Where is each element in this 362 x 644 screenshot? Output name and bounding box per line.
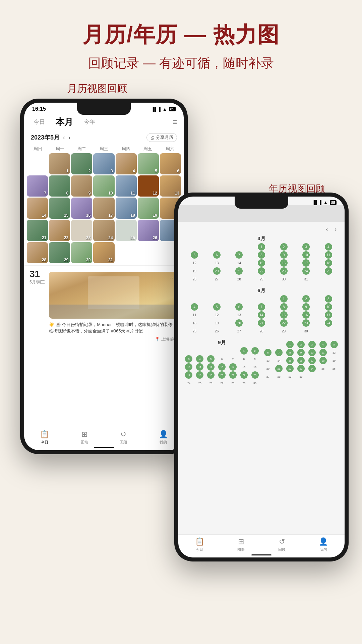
month-section-6: 6月 1 2 3 4 5 6 7 8 9 10: [184, 287, 339, 335]
nav-r-profile-label: 我的: [320, 547, 327, 552]
cal-day-2[interactable]: 2: [71, 153, 92, 174]
cal-day-24[interactable]: 24: [93, 220, 114, 241]
nav-today-icon: 📋: [40, 430, 49, 439]
cal-day-15[interactable]: 15: [49, 198, 70, 219]
tab-year[interactable]: 今年: [81, 117, 98, 127]
phone-monthly: 16:15 ▐▌▐ ▲ 85 今日 本月 今年 ≡: [20, 99, 188, 454]
cal-day-25[interactable]: 25: [116, 220, 137, 241]
nav-r-today-label: 今日: [196, 547, 203, 552]
diary-date-sub: 5月/周三: [29, 279, 45, 285]
month-grid-3: 1 2 3 4 5 6 7 8 9 10 11 12 13: [184, 243, 339, 283]
left-months-col: 9月 1 2 3 4 5 6 7 8: [184, 339, 260, 391]
cal-day-21[interactable]: 21: [27, 220, 48, 241]
nav-review-icon: ↺: [120, 430, 126, 439]
month-grid-alt: 1 2 3 4 5 6 7 8 9 10: [263, 341, 339, 380]
month-section-9: 9月 1 2 3 4 5 6 7 8: [184, 339, 260, 387]
cal-day-17[interactable]: 17: [93, 198, 114, 219]
cal-year-month: 2023年5月: [31, 133, 60, 142]
cal-day-5[interactable]: 5: [138, 153, 159, 174]
status-icons-left: ▐▌▐ ▲ 85: [151, 107, 176, 112]
cal-day-22[interactable]: 22: [49, 220, 70, 241]
cal-day-6[interactable]: 6: [160, 153, 181, 174]
tab-today[interactable]: 今日: [31, 117, 48, 127]
dow-wed: 周三: [93, 145, 115, 153]
cal-day-3[interactable]: 3: [93, 153, 114, 174]
two-col-wrapper: 9月 1 2 3 4 5 6 7 8: [184, 339, 339, 391]
monthly-content: 今日 本月 今年 ≡ 2023年5月 ‹ › 🖨 分享月历: [24, 112, 184, 447]
cal-day-11[interactable]: 11: [116, 175, 137, 197]
status-time: 16:15: [32, 106, 46, 112]
diary-location: 📍 上海·静安: [49, 336, 178, 342]
diary-day: 31: [29, 269, 45, 279]
nav-today-label: 今日: [41, 440, 48, 445]
cal-prev[interactable]: ‹: [63, 134, 65, 141]
cal-day-14[interactable]: 14: [27, 198, 48, 219]
nav-review[interactable]: ↺ 回顾: [120, 430, 127, 445]
cal-day-4[interactable]: 4: [116, 153, 137, 174]
cal-day-29[interactable]: 29: [49, 242, 70, 263]
dow-row: 周日 周一 周二 周三 周四 周五 周六: [24, 145, 184, 153]
cal-day-1[interactable]: 1: [49, 153, 70, 174]
cal-day-28[interactable]: 28: [27, 242, 48, 263]
cal-day-18[interactable]: 18: [116, 198, 137, 219]
cal-empty-2: [116, 242, 137, 263]
nav-r-today-icon: 📋: [195, 537, 204, 546]
cal-day-16[interactable]: 16: [71, 198, 92, 219]
page-title: 月历/年历 — 热力图: [0, 20, 362, 49]
dow-thu: 周四: [115, 145, 137, 153]
nav-gallery[interactable]: ⊞ 图墙: [81, 430, 88, 445]
dow-sun: 周日: [27, 145, 49, 153]
cal-share[interactable]: 🖨 分享月历: [146, 133, 177, 142]
cal-header: 2023年5月 ‹ › 🖨 分享月历: [24, 132, 184, 143]
cal-next[interactable]: ›: [68, 134, 70, 141]
right-months-col: 1 2 3 4 5 6 7 8 9 10: [263, 339, 339, 391]
year-nav: ‹ ›: [178, 223, 345, 235]
dow-sat: 周六: [159, 145, 181, 153]
nav-profile[interactable]: 👤 我的: [159, 430, 168, 445]
cal-day-8[interactable]: 8: [49, 175, 70, 197]
cal-day-26[interactable]: 26: [138, 220, 159, 241]
cal-day-9[interactable]: 9: [71, 175, 92, 197]
year-next[interactable]: ›: [335, 226, 337, 233]
nav-r-gallery-label: 图墙: [237, 547, 245, 552]
nav-r-profile[interactable]: 👤 我的: [319, 537, 328, 552]
phone-notch-left: [77, 103, 131, 115]
tab-month[interactable]: 本月: [53, 115, 76, 129]
cal-day-23[interactable]: 23: [71, 220, 92, 241]
nav-r-review-icon: ↺: [279, 537, 285, 546]
year-prev[interactable]: ‹: [326, 226, 328, 233]
nav-review-label: 回顾: [120, 440, 127, 445]
phone-notch-right: [235, 197, 288, 209]
bottom-nav-right: 📋 今日 ⊞ 图墙 ↺ 回顾 👤 我的: [178, 534, 345, 557]
top-tabs: 今日 本月 今年 ≡: [24, 112, 184, 132]
page-bg: 月历/年历 — 热力图 回顾记录 — 有迹可循，随时补录 月历视图回顾 年历视图…: [0, 0, 362, 644]
bottom-nav-left: 📋 今日 ⊞ 图墙 ↺ 回顾 👤 我的: [24, 427, 184, 450]
page-header: 月历/年历 — 热力图 回顾记录 — 有迹可循，随时补录: [0, 0, 362, 72]
nav-r-gallery[interactable]: ⊞ 图墙: [237, 537, 245, 552]
nav-gallery-icon: ⊞: [81, 430, 87, 439]
month-section-3: 3月 1 2 3 4 5 6 7 8 9 10: [184, 235, 339, 283]
month-label-9: 9月: [184, 339, 260, 346]
phone-inner-right: ▐▌▐ ▲ 85 ‹ › 3月: [178, 197, 345, 557]
cal-day-empty-1: [27, 153, 48, 174]
cal-grid: 1 2 3 4 5 6 7 8 9 10 11 12 13: [24, 153, 184, 263]
left-phone-label: 月历视图回顾: [67, 82, 127, 96]
cal-day-13[interactable]: 13: [160, 175, 181, 197]
cal-day-30[interactable]: 30: [71, 242, 92, 263]
cal-day-7[interactable]: 7: [27, 175, 48, 197]
year-grid: 3月 1 2 3 4 5 6 7 8 9 10: [178, 235, 345, 391]
nav-r-profile-icon: 👤: [319, 537, 328, 546]
list-icon[interactable]: ≡: [173, 118, 177, 126]
wifi-icon-r: ▲: [323, 200, 328, 205]
nav-r-review[interactable]: ↺ 回顾: [278, 537, 286, 552]
nav-r-today[interactable]: 📋 今日: [195, 537, 204, 552]
phones-area: 月历视图回顾 年历视图回顾 16:15 ▐▌▐ ▲ 85: [0, 78, 362, 598]
cal-day-31[interactable]: 31: [93, 242, 114, 263]
dow-fri: 周五: [137, 145, 159, 153]
cal-day-12[interactable]: 12: [138, 175, 159, 197]
cal-day-10[interactable]: 10: [93, 175, 114, 197]
nav-today[interactable]: 📋 今日: [40, 430, 49, 445]
battery-left: 85: [169, 107, 176, 111]
cal-day-19[interactable]: 19: [138, 198, 159, 219]
nav-gallery-label: 图墙: [81, 440, 88, 445]
